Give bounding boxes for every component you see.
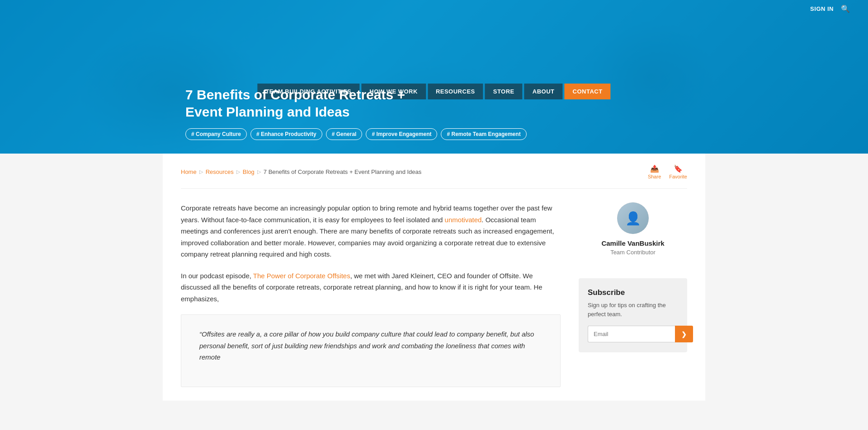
article-paragraph-1: Corporate retreats have become an increa… — [181, 202, 561, 260]
breadcrumb-sep-2: ▷ — [236, 169, 240, 175]
search-icon[interactable]: 🔍 — [841, 5, 850, 13]
sidebar-column: 👤 Camille VanBuskirk Team Contributor Su… — [579, 202, 687, 387]
subscribe-description: Sign up for tips on crafting the perfect… — [588, 301, 678, 318]
hero-title: 7 Benefits of Corporate Retreats + Event… — [185, 86, 420, 120]
breadcrumb-current: 7 Benefits of Corporate Retreats + Event… — [264, 168, 421, 175]
main-column: Corporate retreats have become an increa… — [181, 202, 561, 387]
subscribe-title: Subscribe — [588, 288, 678, 297]
page-body: Home ▷ Resources ▷ Blog ▷ 7 Benefits of … — [163, 154, 705, 401]
breadcrumb: Home ▷ Resources ▷ Blog ▷ 7 Benefits of … — [181, 168, 421, 175]
tag-general[interactable]: # General — [326, 128, 363, 140]
hero-section: SIGN IN 🔍 TEAM BUILDING ACTIVITIES HOW W… — [0, 0, 868, 154]
breadcrumb-resources[interactable]: Resources — [206, 168, 234, 175]
share-label: Share — [648, 174, 661, 179]
author-avatar: 👤 — [617, 202, 649, 234]
blockquote-text: “Offsites are really a, a core pillar of… — [199, 328, 542, 363]
author-avatar-image: 👤 — [617, 202, 649, 234]
content-layout: Corporate retreats have become an increa… — [181, 189, 687, 401]
tag-remote-team[interactable]: # Remote Team Engagement — [441, 128, 526, 140]
hero-tags: # Company Culture # Enhance Productivity… — [185, 128, 527, 140]
blockquote-box: “Offsites are really a, a core pillar of… — [181, 314, 561, 387]
subscribe-email-input[interactable] — [588, 326, 675, 342]
article-paragraph-2: In our podcast episode, The Power of Cor… — [181, 270, 561, 305]
share-action[interactable]: 📤 Share — [648, 164, 661, 179]
topbar: SIGN IN 🔍 — [0, 0, 868, 18]
breadcrumb-actions: 📤 Share 🔖 Favorite — [648, 164, 687, 179]
share-icon: 📤 — [650, 164, 659, 173]
nav-item-contact[interactable]: CONTACT — [565, 84, 611, 99]
nav-item-about[interactable]: ABOUT — [524, 84, 563, 99]
author-role: Team Contributor — [579, 249, 687, 256]
unmotivated-link[interactable]: unmotivated — [445, 216, 482, 224]
favorite-icon: 🔖 — [674, 164, 683, 173]
favorite-action[interactable]: 🔖 Favorite — [669, 164, 687, 179]
author-section: 👤 Camille VanBuskirk Team Contributor — [579, 202, 687, 265]
subscribe-submit-button[interactable]: ❯ — [675, 326, 693, 342]
favorite-label: Favorite — [669, 174, 687, 179]
subscribe-form: ❯ — [588, 326, 678, 342]
tag-improve-engagement[interactable]: # Improve Engagement — [366, 128, 437, 140]
author-name: Camille VanBuskirk — [579, 239, 687, 247]
breadcrumb-blog[interactable]: Blog — [243, 168, 255, 175]
subscribe-box: Subscribe Sign up for tips on crafting t… — [579, 278, 687, 352]
hero-content: 7 Benefits of Corporate Retreats + Event… — [185, 86, 527, 140]
breadcrumb-home[interactable]: Home — [181, 168, 197, 175]
article-body: Corporate retreats have become an increa… — [181, 202, 561, 387]
tag-company-culture[interactable]: # Company Culture — [185, 128, 247, 140]
breadcrumb-row: Home ▷ Resources ▷ Blog ▷ 7 Benefits of … — [181, 154, 687, 189]
breadcrumb-sep-1: ▷ — [199, 169, 203, 175]
submit-arrow-icon: ❯ — [681, 331, 687, 338]
podcast-link[interactable]: The Power of Corporate Offsites — [253, 272, 350, 280]
breadcrumb-sep-3: ▷ — [257, 169, 261, 175]
signin-link[interactable]: SIGN IN — [810, 5, 834, 12]
tag-enhance-productivity[interactable]: # Enhance Productivity — [250, 128, 322, 140]
